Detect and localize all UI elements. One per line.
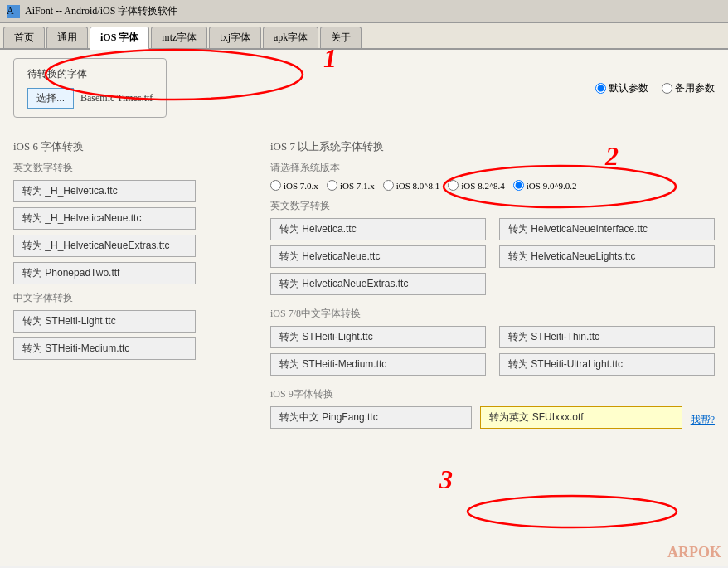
select-font-button[interactable]: 选择...: [27, 88, 74, 109]
ios7-en-btn-1[interactable]: 转为 HelveticaNeue.ttc: [270, 245, 486, 268]
ios6-en-btn-0[interactable]: 转为 _H_Helvetica.ttc: [13, 180, 196, 202]
version-71-label: iOS 7.1.x: [340, 181, 375, 191]
ios7-english-cols: 转为 Helvetica.ttc 转为 HelveticaNeue.ttc 转为…: [270, 218, 715, 300]
ios7-title: iOS 7 以上系统字体转换: [270, 139, 715, 154]
ios6-en-btn-3[interactable]: 转为 PhonepadTwo.ttf: [13, 262, 196, 284]
default-param-radio-label[interactable]: 默认参数: [595, 81, 648, 95]
ios7-en-btn-0[interactable]: 转为 Helvetica.ttc: [270, 218, 486, 240]
ios7-en-btn-r1[interactable]: 转为 HelveticaNeueLights.ttc: [499, 245, 715, 268]
ios9-title: iOS 9字体转换: [270, 387, 715, 401]
font-select-box: 待转换的字体 选择... Basemic Times.ttf: [13, 58, 167, 118]
ios9-english-btn[interactable]: 转为英文 SFUIxxx.otf: [480, 406, 682, 429]
default-param-radio[interactable]: [595, 83, 606, 94]
ios7-en-btn-r0[interactable]: 转为 HelveticaNeueInterface.ttc: [499, 218, 715, 240]
ios6-en-btn-2[interactable]: 转为 _H_HelveticaNeueExtras.ttc: [13, 235, 196, 257]
font-select-row: 选择... Basemic Times.ttf: [27, 88, 153, 109]
two-columns: iOS 6 字体转换 英文数字转换 转为 _H_Helvetica.ttc 转为…: [13, 139, 715, 434]
ios78-chinese-title: iOS 7/8中文字体转换: [270, 307, 715, 321]
ios6-en-btn-1[interactable]: 转为 _H_HelveticaNeue.ttc: [13, 207, 196, 230]
ios6-panel: iOS 6 字体转换 英文数字转换 转为 _H_Helvetica.ttc 转为…: [13, 139, 245, 434]
backup-param-radio-label[interactable]: 备用参数: [662, 81, 715, 95]
ios7-english-right-col: 转为 HelveticaNeueInterface.ttc 转为 Helveti…: [499, 218, 715, 300]
ios7-panel: iOS 7 以上系统字体转换 请选择系统版本 iOS 7.0.x iOS 7.1…: [270, 139, 715, 434]
ios6-cn-btn-0[interactable]: 转为 STHeiti-Light.ttc: [13, 310, 196, 333]
ios7-english-left-col: 转为 Helvetica.ttc 转为 HelveticaNeue.ttc 转为…: [270, 218, 486, 300]
window-title: AiFont -- Android/iOS 字体转换软件: [25, 4, 177, 18]
tab-apk[interactable]: apk字体: [263, 27, 318, 48]
title-bar: A AiFont -- Android/iOS 字体转换软件: [0, 0, 728, 23]
tab-home[interactable]: 首页: [3, 27, 45, 48]
font-select-label: 待转换的字体: [27, 67, 153, 81]
tab-txj[interactable]: txj字体: [209, 27, 261, 48]
ios78-cn-left-col: 转为 STHeiti-Light.ttc 转为 STHeiti-Medium.t…: [270, 326, 486, 381]
version-80-label: iOS 8.0^8.1: [396, 181, 440, 191]
ios6-chinese-title: 中文字体转换: [13, 291, 245, 305]
version-radio-71[interactable]: iOS 7.1.x: [327, 180, 375, 191]
version-radio-90[interactable]: iOS 9.0^9.0.2: [513, 180, 577, 191]
ios78-cn-right-col: 转为 STHeiti-Thin.ttc 转为 STHeiti-UltraLigh…: [499, 326, 715, 381]
ios9-chinese-btn[interactable]: 转为中文 PingFang.ttc: [270, 406, 472, 429]
params-radio-group: 默认参数 备用参数: [595, 81, 715, 95]
tab-mtz[interactable]: mtz字体: [151, 27, 207, 48]
version-radio-70-input[interactable]: [270, 180, 281, 191]
ios7-en-btn-2[interactable]: 转为 HelveticaNeueExtras.ttc: [270, 273, 486, 295]
watermark: ARPOK: [667, 544, 721, 561]
ios7-version-label: 请选择系统版本: [270, 161, 715, 175]
ios6-title: iOS 6 字体转换: [13, 139, 245, 154]
nav-tabs: 首页 通用 iOS 字体 mtz字体 txj字体 apk字体 关于: [0, 23, 728, 50]
tab-about[interactable]: 关于: [320, 27, 362, 48]
ios78-chinese-cols: 转为 STHeiti-Light.ttc 转为 STHeiti-Medium.t…: [270, 326, 715, 381]
ios78-cn-btn-r0[interactable]: 转为 STHeiti-Thin.ttc: [499, 326, 715, 348]
version-radio-90-input[interactable]: [513, 180, 524, 191]
help-link[interactable]: 我帮?: [691, 413, 715, 427]
app-icon: A: [7, 5, 20, 18]
font-name-display: Basemic Times.ttf: [80, 92, 153, 104]
tab-general[interactable]: 通用: [46, 27, 88, 48]
version-radio-80[interactable]: iOS 8.0^8.1: [383, 180, 440, 191]
ios7-english-title: 英文数字转换: [270, 199, 715, 213]
version-radio-71-input[interactable]: [327, 180, 337, 191]
ios78-cn-btn-0[interactable]: 转为 STHeiti-Light.ttc: [270, 326, 486, 348]
default-param-label: 默认参数: [609, 81, 648, 95]
ios6-english-title: 英文数字转换: [13, 161, 245, 175]
version-radio-70[interactable]: iOS 7.0.x: [270, 180, 318, 191]
top-row: 待转换的字体 选择... Basemic Times.ttf 默认参数 备用参数: [13, 58, 715, 128]
version-70-label: iOS 7.0.x: [284, 181, 318, 191]
version-radio-82-input[interactable]: [448, 180, 459, 191]
version-radio-group: iOS 7.0.x iOS 7.1.x iOS 8.0^8.1 iOS 8.2^…: [270, 180, 715, 191]
version-90-label: iOS 9.0^9.0.2: [527, 181, 577, 191]
ios6-cn-btn-1[interactable]: 转为 STHeiti-Medium.ttc: [13, 337, 196, 360]
main-content: 待转换的字体 选择... Basemic Times.ttf 默认参数 备用参数…: [0, 50, 728, 566]
ios9-row: 转为中文 PingFang.ttc 转为英文 SFUIxxx.otf 我帮?: [270, 406, 715, 434]
ios78-cn-btn-r1[interactable]: 转为 STHeiti-UltraLight.ttc: [499, 353, 715, 376]
ios78-cn-btn-1[interactable]: 转为 STHeiti-Medium.ttc: [270, 353, 486, 376]
version-82-label: iOS 8.2^8.4: [461, 181, 505, 191]
backup-param-radio[interactable]: [662, 83, 672, 94]
backup-param-label: 备用参数: [675, 81, 715, 95]
version-radio-82[interactable]: iOS 8.2^8.4: [448, 180, 505, 191]
version-radio-80-input[interactable]: [383, 180, 394, 191]
tab-ios-font[interactable]: iOS 字体: [90, 27, 149, 50]
